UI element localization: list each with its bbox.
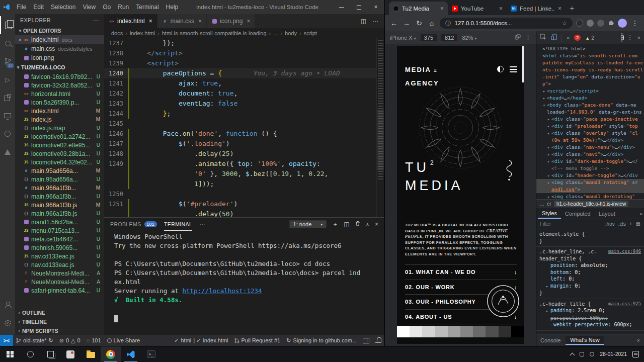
file-tree-item[interactable]: <> horizontal.html U [15,89,104,98]
devtools-close-icon[interactable]: × [637,35,640,41]
dom-node[interactable]: <html class="is-smooth-scroll-com [536,52,644,59]
live-share-button[interactable]: Live Share [104,337,143,343]
file-tree-item[interactable]: <> index.html M [15,107,104,115]
dom-node[interactable]: ▸<script>…</script> [536,87,644,95]
minimize-button[interactable] [333,0,350,14]
breadcrumb-item[interactable]: html.is-smooth-scroll-compatible.is-load… [162,30,267,36]
maximize-button[interactable] [350,0,367,14]
menu-run[interactable]: Run [114,4,132,11]
css-property[interactable]: position: absolute; [539,262,641,269]
dom-node[interactable]: (0% at 50% 50%);">…</div> [536,137,644,144]
file-tree-item[interactable]: JS locomotive02.e8e95... U [15,141,104,149]
open-editor-item[interactable]: icon.png [15,53,104,62]
file-tree-item[interactable]: meta.ce1b4642... U [15,235,104,243]
page-scrollbar[interactable] [522,46,524,82]
task-view-button[interactable] [40,346,60,362]
code-line[interactable]: .delay(50) [104,209,384,217]
reload-icon[interactable]: ↻ [415,19,424,27]
menu-edit[interactable]: Edit [30,4,47,11]
menu-file[interactable]: File [13,4,30,11]
dom-node[interactable]: ▸<div class="nav-menu">…</div> [536,144,644,151]
file-tree-item[interactable]: favicon-16x16.97b92... U [15,72,104,81]
styles-tab-computed[interactable]: Computed [561,209,595,218]
dom-node[interactable]: ▾<body class="pace-done" data-ne [536,102,644,109]
file-tree-item[interactable]: F NeueMontreal-Medi... A [15,269,104,278]
panel-more-icon[interactable]: ··· [199,218,205,231]
filter-input[interactable]: Filter [540,221,602,227]
hover-state-button[interactable]: :hov [605,221,615,227]
test-explorer-icon[interactable] [0,143,15,161]
new-terminal-icon[interactable]: ＋ [332,220,338,229]
vscode-taskbar-icon[interactable] [121,346,141,362]
bookmark-star-icon[interactable]: ☆ [562,20,567,27]
back-icon[interactable]: ← [389,19,398,27]
github-signin-status[interactable]: ↻Signing in to github.com... [283,337,360,344]
dom-node[interactable]: p"> [536,80,644,87]
devtools-menu-icon[interactable]: ⋮ [627,34,633,41]
site-menu-item[interactable]: 01. WHAT CAN - WE DO↓ [405,264,517,280]
file-tree-item[interactable]: JS main.966a1f3b.js M [15,201,104,209]
class-button[interactable]: .cls [618,221,626,227]
file-tree-item[interactable]: {} main.95ad656a... U [15,175,104,184]
new-rule-button[interactable]: + [629,221,632,227]
file-tree-item[interactable]: JS menu.0715ca13... U [15,226,104,235]
selected-node-crumb[interactable]: h1.c-header_title.o-h1.is-inview [554,201,628,207]
code-line[interactable]: 1241 ajax: true, [104,78,384,88]
dom-node[interactable]: and1.svg"> [536,186,644,193]
file-tree-item[interactable]: {} nav.cd133eac.js U [15,260,104,269]
code-line[interactable]: '0' }, 3000, $.bez([0.19, 1, 0.22, [104,169,384,179]
file-tree-item[interactable]: JS index.js M [15,115,104,124]
more-actions-icon[interactable]: ··· [93,17,99,23]
css-property[interactable]: ▸padding: 2.5rem 0; [539,307,641,315]
run-debug-icon[interactable]: ▷ [0,70,15,88]
file-tree-item[interactable]: icon.5a26f390.p... U [15,98,104,107]
npm-scripts-section[interactable]: ›NPM SCRIPTS [15,326,104,335]
css-source-link[interactable]: main.css:946 [608,248,641,255]
file-tree-item[interactable]: {} main.966a1f3b.js U [15,209,104,218]
css-property[interactable]: left: 0; [539,276,641,283]
forward-icon[interactable]: → [402,19,411,27]
breadcrumb-item[interactable]: ... [273,30,278,36]
close-icon[interactable]: × [149,18,152,25]
close-icon[interactable]: × [17,37,23,43]
close-icon[interactable]: × [499,5,503,12]
git-branch[interactable]: old-state* ↻ [13,337,56,344]
status-count[interactable]: ◌101 [84,337,104,343]
extension-icon-2[interactable] [597,20,604,27]
action-center-icon[interactable] [632,351,639,357]
tray-expand-icon[interactable] [570,352,575,357]
dom-node[interactable]: ▸<head>…</head> [536,95,644,102]
browser-tab[interactable]: in Feed | Linke...× [507,2,566,15]
close-icon[interactable]: × [198,18,202,25]
dom-node[interactable]: ▸<div id="header-toggle">…</div [536,172,644,179]
menu-selection[interactable]: Selection [47,4,79,11]
terminal-output[interactable]: Windows PowerShellTry the new cross-plat… [104,231,384,335]
extensions-icon[interactable] [0,88,15,107]
zoom-selector[interactable]: 82% ▾ [462,35,476,41]
explorer-icon[interactable] [0,16,15,34]
code-line[interactable]: 1239 <script> [104,58,384,68]
code-line[interactable]: 1240 paceOptions = { You, 3 days ago • L… [104,68,384,78]
breadcrumb-item[interactable]: body [285,30,297,36]
tray-icon-1[interactable] [580,352,584,356]
breadcrumb-item[interactable]: index.html [130,30,155,36]
hamburger-menu-icon[interactable] [510,66,517,67]
tray-icon-2[interactable] [590,352,594,356]
browser-tab[interactable]: YouTube× [448,2,507,15]
more-panels-icon[interactable]: » [567,35,570,41]
file-tree-item[interactable]: JS locomotive01.a2742... U [15,132,104,141]
css-source-link[interactable]: main.css:925 [608,301,641,308]
remote-indicator[interactable]: >< [0,335,13,346]
dom-node[interactable]: patible myCssClass is-loaded fa-eve [536,59,644,66]
layout-icon[interactable] [360,338,372,343]
file-tree-item[interactable]: JS locomotive03.28b1a... U [15,149,104,158]
menu-help[interactable]: Help [163,4,182,11]
more-tabs-icon[interactable]: » [639,211,642,217]
search-icon[interactable] [0,34,15,52]
file-tree-item[interactable]: mohnish.59065... U [15,243,104,252]
warning-count-badge[interactable]: ▲ 2 [585,35,594,41]
close-drawer-icon[interactable]: × [637,337,640,343]
dom-node[interactable]: ▸<img class="mand1 derotating" [536,193,644,199]
dom-node[interactable]: ▸<div id="preloader" style="top [536,123,644,130]
dom-node[interactable]: <!DOCTYPE html> [536,45,644,52]
